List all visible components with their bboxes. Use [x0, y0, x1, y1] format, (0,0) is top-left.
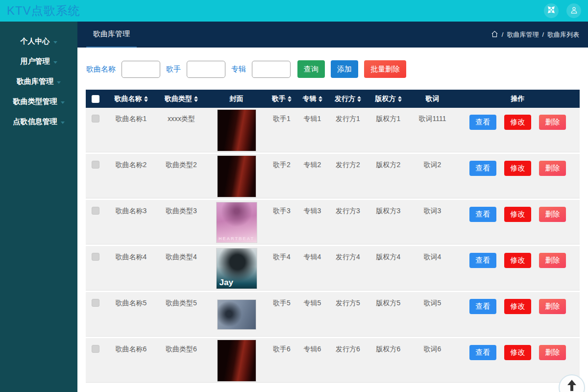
row-checkbox[interactable] — [92, 299, 99, 307]
cell-lyrics: 歌词5 — [409, 292, 456, 338]
chevron-down-icon — [57, 81, 61, 84]
sidebar-item-song-type[interactable]: 歌曲类型管理 — [0, 92, 77, 112]
edit-button[interactable]: 修改 — [504, 299, 531, 314]
sort-icon — [288, 96, 292, 102]
header-publisher[interactable]: 发行方 — [328, 90, 368, 108]
table-row: 歌曲名称3 歌曲类型3 HEARTBEAT 歌手3 专辑3 发行方3 版权方3 … — [86, 200, 580, 246]
user-button[interactable] — [566, 3, 581, 18]
table-row: 歌曲名称5 歌曲类型5 歌手5 专辑5 发行方5 版权方5 歌词5 查看 修改 … — [86, 292, 580, 338]
cell-song-type: 歌曲类型2 — [157, 154, 206, 200]
cell-album: 专辑4 — [296, 246, 328, 292]
delete-button[interactable]: 删除 — [539, 345, 566, 360]
album-input[interactable] — [252, 61, 291, 78]
cell-actions: 查看 修改 删除 — [456, 338, 580, 384]
fullscreen-button[interactable] — [544, 3, 559, 18]
view-button[interactable]: 查看 — [469, 299, 496, 314]
cell-publisher: 发行方2 — [328, 154, 368, 200]
cell-album: 专辑3 — [296, 200, 328, 246]
sidebar-item-label: 用户管理 — [21, 57, 50, 66]
edit-button[interactable]: 修改 — [504, 253, 531, 268]
cell-copyright: 版权方4 — [368, 246, 409, 292]
album-cover — [217, 155, 256, 197]
query-button[interactable]: 查询 — [297, 60, 325, 78]
breadcrumb: / 歌曲库管理 / 歌曲库列表 — [491, 22, 579, 48]
cell-publisher: 发行方3 — [328, 200, 368, 246]
album-cover — [217, 299, 256, 330]
delete-button[interactable]: 删除 — [539, 115, 566, 130]
cell-song-name: 歌曲名称4 — [105, 246, 157, 292]
table-row: 歌曲名称1 xxxx类型 歌手1 专辑1 发行方1 版权方1 歌词1111 查看… — [86, 108, 580, 154]
edit-button[interactable]: 修改 — [504, 161, 531, 176]
row-checkbox[interactable] — [92, 253, 99, 261]
header-lyrics: 歌词 — [409, 90, 456, 108]
album-label: 专辑 — [231, 65, 246, 74]
batch-delete-button[interactable]: 批量删除 — [364, 60, 406, 78]
chevron-down-icon — [53, 61, 57, 64]
view-button[interactable]: 查看 — [469, 161, 496, 176]
tab-song-library[interactable]: 歌曲库管理 — [86, 22, 137, 48]
breadcrumb-song-library[interactable]: 歌曲库管理 — [507, 30, 539, 39]
main-content: 歌曲库管理 / 歌曲库管理 / 歌曲库列表 歌曲名称 歌手 专辑 查询 添加 批… — [77, 22, 588, 392]
table-row: 歌曲名称6 歌曲类型6 歌手6 专辑6 发行方6 版权方6 歌词6 查看 修改 … — [86, 338, 580, 384]
cell-lyrics: 歌词2 — [409, 154, 456, 200]
edit-button[interactable]: 修改 — [504, 207, 531, 222]
delete-button[interactable]: 删除 — [539, 253, 566, 268]
cover-text: Jay — [220, 278, 233, 288]
cell-song-type: 歌曲类型4 — [157, 246, 206, 292]
header-song-type[interactable]: 歌曲类型 — [157, 90, 206, 108]
delete-button[interactable]: 删除 — [539, 299, 566, 314]
sort-icon — [357, 96, 361, 102]
tab-bar: 歌曲库管理 / 歌曲库管理 / 歌曲库列表 — [77, 22, 588, 48]
header-song-name[interactable]: 歌曲名称 — [105, 90, 157, 108]
edit-button[interactable]: 修改 — [504, 115, 531, 130]
breadcrumb-song-list[interactable]: 歌曲库列表 — [547, 30, 579, 39]
view-button[interactable]: 查看 — [469, 115, 496, 130]
cell-copyright: 版权方1 — [368, 108, 409, 154]
sidebar-item-song-library[interactable]: 歌曲库管理 — [0, 72, 77, 92]
view-button[interactable]: 查看 — [469, 253, 496, 268]
sidebar-item-order-info[interactable]: 点歌信息管理 — [0, 112, 77, 132]
cell-lyrics: 歌词6 — [409, 338, 456, 384]
user-icon — [570, 6, 578, 16]
cell-lyrics: 歌词1111 — [409, 108, 456, 154]
header-actions: 操作 — [456, 90, 580, 108]
cell-publisher: 发行方1 — [328, 108, 368, 154]
cell-publisher: 发行方5 — [328, 292, 368, 338]
cell-song-type: 歌曲类型6 — [157, 338, 206, 384]
fullscreen-icon — [547, 6, 555, 16]
cell-publisher: 发行方6 — [328, 338, 368, 384]
cell-singer: 歌手6 — [267, 338, 296, 384]
top-header-bar: KTV点歌系统 — [0, 0, 588, 22]
cell-singer: 歌手2 — [267, 154, 296, 200]
singer-input[interactable] — [187, 61, 225, 78]
cell-singer: 歌手1 — [267, 108, 296, 154]
cell-song-name: 歌曲名称2 — [105, 154, 157, 200]
song-table: 歌曲名称 歌曲类型 封面 歌手 专辑 发行方 版权方 歌词 操作 歌曲名称1 — [86, 90, 580, 384]
table-header-row: 歌曲名称 歌曲类型 封面 歌手 专辑 发行方 版权方 歌词 操作 — [86, 90, 580, 108]
table-row: 歌曲名称2 歌曲类型2 歌手2 专辑2 发行方2 版权方2 歌词2 查看 修改 … — [86, 154, 580, 200]
select-all-checkbox[interactable] — [92, 95, 99, 103]
row-checkbox[interactable] — [92, 345, 99, 353]
row-checkbox[interactable] — [92, 207, 99, 215]
home-icon[interactable] — [491, 30, 498, 39]
cell-singer: 歌手4 — [267, 246, 296, 292]
delete-button[interactable]: 删除 — [539, 161, 566, 176]
header-copyright[interactable]: 版权方 — [368, 90, 409, 108]
sidebar-item-personal-center[interactable]: 个人中心 — [0, 31, 77, 51]
header-album[interactable]: 专辑 — [296, 90, 328, 108]
sidebar-item-label: 歌曲类型管理 — [13, 97, 57, 106]
cell-song-type: 歌曲类型3 — [157, 200, 206, 246]
view-button[interactable]: 查看 — [469, 345, 496, 360]
row-checkbox[interactable] — [92, 161, 99, 169]
delete-button[interactable]: 删除 — [539, 207, 566, 222]
view-button[interactable]: 查看 — [469, 207, 496, 222]
album-cover: Jay — [216, 248, 257, 289]
breadcrumb-separator: / — [502, 31, 504, 38]
song-name-input[interactable] — [122, 61, 160, 78]
edit-button[interactable]: 修改 — [504, 345, 531, 360]
cell-song-type: 歌曲类型5 — [157, 292, 206, 338]
add-button[interactable]: 添加 — [331, 60, 358, 78]
header-singer[interactable]: 歌手 — [267, 90, 296, 108]
sidebar-item-user-management[interactable]: 用户管理 — [0, 51, 77, 72]
row-checkbox[interactable] — [92, 115, 99, 122]
